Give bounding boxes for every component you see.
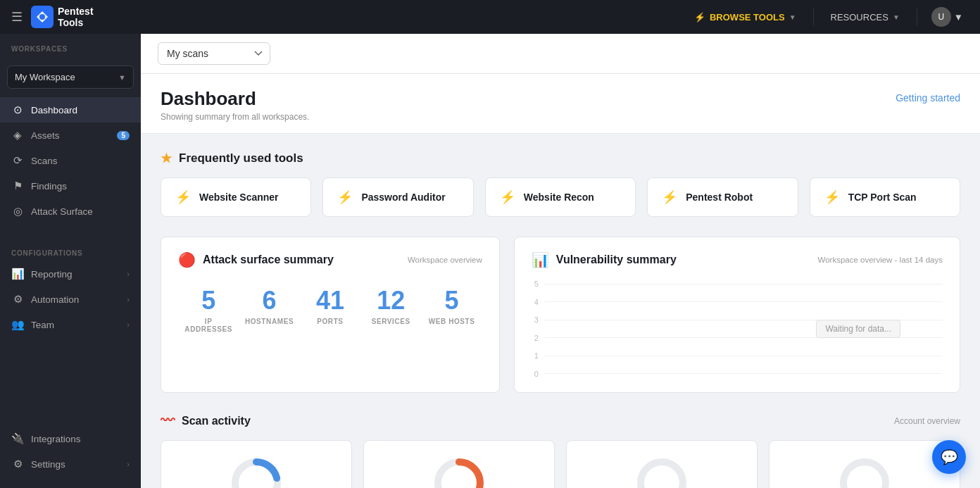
topnav: ☰ PentestTools ⚡ BROWSE TOOLS ▼ RESOURCE… <box>0 0 980 34</box>
workspace-selector[interactable]: My Workspace ▼ <box>7 65 134 89</box>
configurations-nav: CONFIGURATIONS 📊 Reporting › ⚙ Automatio… <box>0 238 141 337</box>
sidebar-item-attack-surface[interactable]: ◎ Attack Surface <box>0 199 141 224</box>
scan-selector-bar: My scans All scans <box>141 34 980 74</box>
dashboard-title-area: Dashboard Showing summary from all works… <box>161 88 309 122</box>
sidebar-item-label: Assets <box>31 130 60 141</box>
attack-surface-panel-icon: 🔴 <box>178 251 196 268</box>
scan-activity-title: 〰 Scan activity <box>161 413 251 429</box>
sidebar-item-assets[interactable]: ◈ Assets 5 <box>0 123 141 148</box>
scan-card-4 <box>769 440 960 488</box>
sidebar-item-integrations[interactable]: 🔌 Integrations <box>0 426 141 451</box>
tool-card-website-recon[interactable]: ⚡ Website Recon <box>485 177 636 217</box>
settings-icon: ⚙ <box>11 458 24 470</box>
stat-ip-addresses: 5 IP ADDRESSES <box>178 280 239 342</box>
scan-card-2 <box>363 440 555 488</box>
tool-icon-website-scanner: ⚡ <box>175 189 191 205</box>
sidebar-item-team[interactable]: 👥 Team › <box>0 312 141 337</box>
workspace-name: My Workspace <box>15 72 75 82</box>
browse-tools-chevron: ▼ <box>789 13 796 21</box>
svg-point-7 <box>843 462 886 488</box>
sidebar-item-scans[interactable]: ⟳ Scans <box>0 148 141 173</box>
content-area: ★ Frequently used tools ⚡ Website Scanne… <box>141 134 980 488</box>
hamburger-menu[interactable]: ☰ <box>11 9 23 25</box>
app-body: WORKSPACES My Workspace ▼ ⊙ Dashboard ◈ … <box>0 34 980 488</box>
attack-stats: 5 IP ADDRESSES 6 HOSTNAMES 41 PORTS 12 <box>178 280 482 342</box>
stat-ports: 41 PORTS <box>300 280 360 342</box>
integrations-icon: 🔌 <box>11 432 24 445</box>
tool-card-password-auditor[interactable]: ⚡ Password Auditor <box>322 177 473 217</box>
tool-label-website-scanner: Website Scanner <box>199 192 279 203</box>
tool-label-pentest-robot: Pentest Robot <box>686 192 753 203</box>
topnav-right: ⚡ BROWSE TOOLS ▼ RESOURCES ▼ U ▼ <box>686 4 969 30</box>
star-icon: ★ <box>161 151 172 166</box>
tool-icon-password-auditor: ⚡ <box>337 189 353 205</box>
sidebar-item-label: Dashboard <box>31 105 77 115</box>
stat-web-hosts: 5 WEB HOSTS <box>421 280 482 342</box>
reporting-icon: 📊 <box>11 268 24 280</box>
stat-hostnames: 6 HOSTNAMES <box>239 280 299 342</box>
sidebar-item-label: Attack Surface <box>31 206 93 217</box>
main-nav: ⊙ Dashboard ◈ Assets 5 ⟳ Scans ⚑ Finding… <box>0 97 141 224</box>
tool-card-tcp-port-scan[interactable]: ⚡ TCP Port Scan <box>810 177 960 217</box>
attack-surface-overview: Workspace overview <box>408 256 482 264</box>
browse-tools-button[interactable]: ⚡ BROWSE TOOLS ▼ <box>686 8 805 27</box>
sidebar-item-label: Scans <box>31 156 58 166</box>
scan-activity-icon: 〰 <box>161 413 175 429</box>
attack-surface-icon: ◎ <box>11 205 24 218</box>
assets-icon: ◈ <box>11 129 24 142</box>
tool-label-tcp-port-scan: TCP Port Scan <box>848 192 917 203</box>
vulnerability-title: 📊 Vulnerability summary <box>532 251 677 268</box>
sidebar-item-label: Integrations <box>31 434 81 444</box>
findings-icon: ⚑ <box>11 180 24 192</box>
waiting-for-data: Waiting for data... <box>816 320 900 338</box>
vulnerability-header: 📊 Vulnerability summary Workspace overvi… <box>532 251 943 268</box>
team-chevron: › <box>127 320 130 329</box>
sidebar-item-label: Automation <box>31 294 79 305</box>
chat-bubble-icon: 💬 <box>941 449 958 465</box>
attack-surface-title: 🔴 Attack surface summary <box>178 251 334 268</box>
sidebar: WORKSPACES My Workspace ▼ ⊙ Dashboard ◈ … <box>0 34 141 488</box>
vulnerability-chart: 5 4 3 2 1 0 Waiting for data... <box>532 280 943 378</box>
attack-surface-header: 🔴 Attack surface summary Workspace overv… <box>178 251 482 268</box>
reporting-chevron: › <box>127 270 130 278</box>
sidebar-item-dashboard[interactable]: ⊙ Dashboard <box>0 97 141 123</box>
vulnerability-overview: Workspace overview - last 14 days <box>818 256 943 264</box>
configurations-label: CONFIGURATIONS <box>0 238 141 261</box>
sidebar-item-label: Team <box>31 320 54 330</box>
tools-grid: ⚡ Website Scanner ⚡ Password Auditor ⚡ W… <box>161 177 960 217</box>
logo[interactable]: PentestTools <box>31 6 94 28</box>
tool-label-password-auditor: Password Auditor <box>361 192 445 203</box>
automation-icon: ⚙ <box>11 293 24 306</box>
account-overview: Account overview <box>894 416 960 426</box>
attack-surface-panel: 🔴 Attack surface summary Workspace overv… <box>161 237 500 393</box>
avatar: U <box>931 7 951 27</box>
sidebar-item-label: Reporting <box>31 269 73 280</box>
workspaces-label: WORKSPACES <box>0 34 141 57</box>
dashboard-icon: ⊙ <box>11 104 24 116</box>
scan-selector-dropdown[interactable]: My scans All scans <box>158 42 270 65</box>
sidebar-item-automation[interactable]: ⚙ Automation › <box>0 287 141 312</box>
scan-activity-header: 〰 Scan activity Account overview <box>161 413 960 429</box>
tool-card-pentest-robot[interactable]: ⚡ Pentest Robot <box>647 177 798 217</box>
svg-point-1 <box>39 14 45 20</box>
user-chevron: ▼ <box>954 12 963 23</box>
section-title-text: Frequently used tools <box>179 151 303 165</box>
getting-started-link[interactable]: Getting started <box>896 92 960 104</box>
workspace-chevron: ▼ <box>118 73 126 82</box>
sidebar-item-reporting[interactable]: 📊 Reporting › <box>0 261 141 287</box>
sidebar-item-settings[interactable]: ⚙ Settings › <box>0 451 141 477</box>
sidebar-item-label: Settings <box>31 459 65 470</box>
vulnerability-panel: 📊 Vulnerability summary Workspace overvi… <box>514 237 960 393</box>
nav-divider <box>813 8 814 25</box>
dashboard-subtitle: Showing summary from all workspaces. <box>161 112 309 122</box>
resources-button[interactable]: RESOURCES ▼ <box>822 8 908 27</box>
user-account-button[interactable]: U ▼ <box>926 4 969 30</box>
scan-card-3 <box>566 440 758 488</box>
resources-chevron: ▼ <box>893 13 900 21</box>
tool-card-website-scanner[interactable]: ⚡ Website Scanner <box>161 177 311 217</box>
chat-bubble-button[interactable]: 💬 <box>932 440 966 474</box>
bottom-nav: 🔌 Integrations ⚙ Settings › <box>0 415 141 477</box>
scans-icon: ⟳ <box>11 154 24 167</box>
sidebar-item-findings[interactable]: ⚑ Findings <box>0 173 141 199</box>
main-content: My scans All scans Dashboard Showing sum… <box>141 34 980 488</box>
